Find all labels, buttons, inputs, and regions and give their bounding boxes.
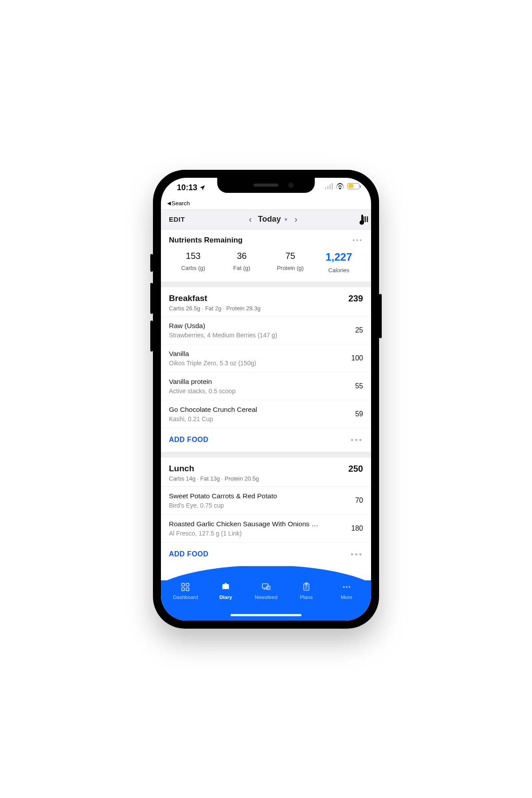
food-title: Roasted Garlic Chicken Sausage With Onio…	[169, 520, 320, 528]
food-subtitle: Bird's Eye, 0.75 cup	[169, 502, 277, 509]
food-calories: 59	[355, 410, 363, 418]
nutrient-value: 1,227	[315, 251, 364, 263]
svg-point-4	[225, 583, 227, 585]
tab-dashboard[interactable]: Dashboard	[165, 582, 206, 600]
food-calories: 55	[355, 382, 363, 390]
food-item[interactable]: Raw (Usda) Strawberries, 4 Medium Berrie…	[161, 317, 371, 344]
prev-day-button[interactable]: ‹	[249, 214, 252, 224]
svg-point-9	[343, 586, 344, 588]
back-label: Search	[172, 200, 190, 207]
nutrient-label: Protein (g)	[266, 265, 315, 271]
tab-label: Plans	[300, 595, 313, 600]
food-title: Go Chocolate Crunch Cereal	[169, 406, 257, 414]
diary-topbar: EDIT ‹ Today ▼ ›	[161, 209, 371, 230]
nutrient-value: 36	[218, 251, 266, 261]
volume-up-button	[150, 283, 153, 314]
screen: 10:13 ◀ Search EDIT	[161, 178, 371, 621]
notch	[217, 178, 315, 193]
nutrients-more-button[interactable]: •••	[352, 237, 363, 244]
power-button	[379, 294, 382, 338]
tab-label: More	[340, 595, 352, 600]
location-icon	[199, 184, 206, 191]
tabbar-curve	[161, 566, 371, 580]
chevron-down-icon: ▼	[283, 217, 288, 222]
meal-calories: 250	[348, 464, 363, 474]
date-picker[interactable]: Today ▼	[258, 215, 289, 224]
tab-more[interactable]: More	[326, 582, 367, 600]
food-title: Vanilla protein	[169, 378, 235, 386]
food-item[interactable]: Go Chocolate Crunch Cereal Kashi, 0.21 C…	[161, 400, 371, 428]
food-item[interactable]: Sweet Potato Carrots & Red Potato Bird's…	[161, 487, 371, 515]
diary-icon	[220, 582, 231, 592]
back-caret-icon: ◀	[167, 200, 171, 206]
nutrient-protein: 75 Protein (g)	[266, 251, 315, 274]
svg-rect-1	[186, 583, 189, 586]
add-food-button[interactable]: ADD FOOD	[169, 550, 208, 558]
food-calories: 25	[355, 326, 363, 334]
svg-rect-0	[182, 583, 184, 586]
meal-macros: Carbs 14g · Fat 13g · Protein 20.5g	[169, 475, 259, 482]
home-indicator[interactable]	[231, 614, 301, 616]
status-time: 10:13	[177, 183, 197, 192]
food-subtitle: Al Fresco, 127.5 g (1 Link)	[169, 530, 320, 537]
edit-button[interactable]: EDIT	[169, 215, 185, 223]
nutrition-chart-button[interactable]	[361, 215, 363, 223]
wifi-icon	[336, 183, 344, 189]
meal-breakfast: Breakfast Carbs 26.5g · Fat 2g · Protein…	[161, 287, 371, 452]
nutrients-remaining-panel: Nutrients Remaining ••• 153 Carbs (g) 36…	[161, 230, 371, 282]
food-subtitle: Strawberries, 4 Medium Berries (147 g)	[169, 332, 277, 339]
food-calories: 100	[351, 354, 363, 362]
date-navigator: ‹ Today ▼ ›	[249, 214, 297, 224]
section-gap	[161, 452, 371, 458]
chart-check-icon	[361, 215, 363, 224]
svg-point-11	[348, 586, 350, 588]
meal-more-button[interactable]: •••	[351, 435, 363, 445]
nutrients-title: Nutrients Remaining	[169, 236, 243, 245]
food-subtitle: Active stacks, 0.5 scoop	[169, 387, 235, 395]
nutrient-calories: 1,227 Calories	[315, 251, 364, 274]
speaker-grille	[254, 184, 278, 187]
newsfeed-icon	[261, 582, 271, 592]
tab-label: Dashboard	[173, 595, 198, 600]
battery-icon	[347, 183, 360, 189]
mute-switch	[150, 254, 153, 272]
meal-header[interactable]: Breakfast Carbs 26.5g · Fat 2g · Protein…	[161, 287, 371, 317]
meal-lunch: Lunch Carbs 14g · Fat 13g · Protein 20.5…	[161, 458, 371, 566]
meal-name: Lunch	[169, 464, 259, 473]
meal-header[interactable]: Lunch Carbs 14g · Fat 13g · Protein 20.5…	[161, 458, 371, 487]
tab-newsfeed[interactable]: Newsfeed	[246, 582, 286, 600]
back-to-search[interactable]: ◀ Search	[161, 200, 371, 209]
nutrient-carbs: 153 Carbs (g)	[169, 251, 218, 274]
diary-content[interactable]: Nutrients Remaining ••• 153 Carbs (g) 36…	[161, 230, 371, 621]
phone-frame: 10:13 ◀ Search EDIT	[153, 170, 379, 629]
food-subtitle: Kashi, 0.21 Cup	[169, 415, 257, 422]
food-title: Raw (Usda)	[169, 322, 277, 330]
food-item[interactable]: Vanilla Oikos Triple Zero, 5.3 oz (150g)…	[161, 344, 371, 372]
meal-name: Breakfast	[169, 293, 261, 303]
food-subtitle: Oikos Triple Zero, 5.3 oz (150g)	[169, 360, 256, 367]
nutrient-value: 75	[266, 251, 315, 261]
nutrient-label: Calories	[315, 267, 364, 274]
date-label: Today	[258, 215, 281, 224]
food-item[interactable]: Roasted Garlic Chicken Sausage With Onio…	[161, 515, 371, 543]
add-food-button[interactable]: ADD FOOD	[169, 436, 208, 444]
food-item[interactable]: Vanilla protein Active stacks, 0.5 scoop…	[161, 372, 371, 400]
food-calories: 180	[351, 524, 363, 532]
tab-diary[interactable]: Diary	[206, 582, 246, 600]
meal-calories: 239	[348, 293, 363, 304]
plans-icon	[301, 582, 312, 592]
cell-signal-icon	[325, 183, 333, 189]
svg-rect-3	[186, 588, 189, 591]
meal-more-button[interactable]: •••	[351, 550, 363, 559]
nutrient-fat: 36 Fat (g)	[218, 251, 266, 274]
tab-plans[interactable]: Plans	[286, 582, 326, 600]
nutrient-label: Carbs (g)	[169, 265, 218, 271]
next-day-button[interactable]: ›	[294, 214, 297, 224]
front-camera	[288, 183, 293, 188]
dashboard-icon	[180, 582, 191, 592]
nutrient-label: Fat (g)	[218, 265, 266, 271]
volume-down-button	[150, 321, 153, 352]
meal-macros: Carbs 26.5g · Fat 2g · Protein 29.3g	[169, 305, 261, 312]
tab-label: Diary	[219, 595, 232, 600]
svg-rect-2	[182, 588, 184, 591]
